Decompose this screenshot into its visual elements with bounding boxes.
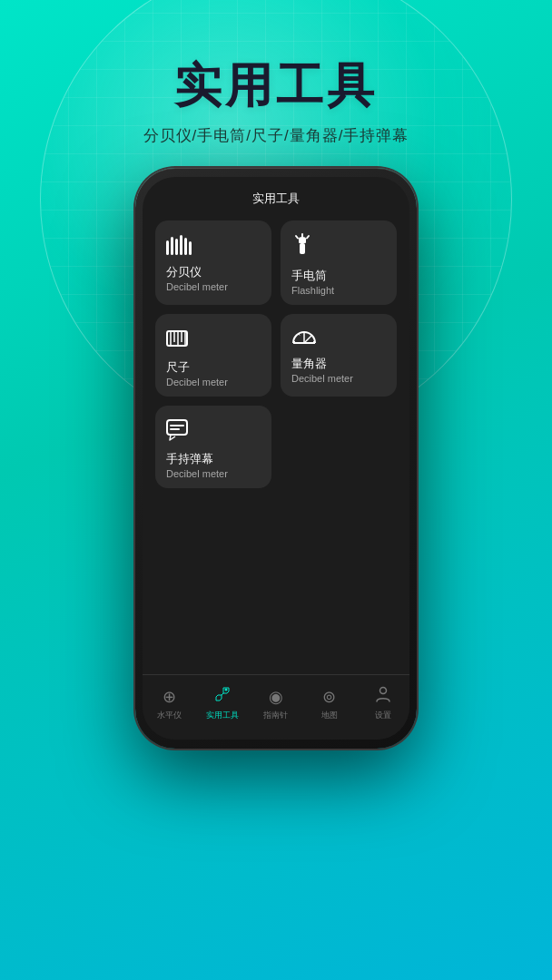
decibel-name-cn: 分贝仪 bbox=[166, 264, 261, 280]
nav-item-tools[interactable]: 实用工具 bbox=[196, 686, 250, 721]
compass-nav-icon: ◉ bbox=[269, 687, 283, 707]
decibel-icon bbox=[166, 233, 261, 259]
settings-nav-icon bbox=[376, 686, 390, 707]
tool-card-decibel[interactable]: 分贝仪 Decibel meter bbox=[155, 220, 271, 305]
svg-line-8 bbox=[296, 236, 298, 239]
ruler-name-cn: 尺子 bbox=[166, 359, 261, 376]
flashlight-name-cn: 手电筒 bbox=[291, 268, 386, 284]
protractor-icon bbox=[291, 327, 386, 350]
ruler-icon bbox=[166, 327, 261, 354]
screen-title: 实用工具 bbox=[252, 191, 300, 207]
svg-rect-1 bbox=[171, 237, 173, 255]
nav-item-level[interactable]: ⊕ 水平仪 bbox=[143, 687, 196, 721]
settings-nav-label: 设置 bbox=[375, 710, 391, 721]
phone-screen: 实用工具 分贝仪 bbox=[143, 177, 409, 740]
tools-nav-label: 实用工具 bbox=[206, 710, 239, 721]
protractor-name-cn: 量角器 bbox=[291, 356, 386, 372]
level-nav-label: 水平仪 bbox=[157, 710, 182, 721]
decibel-name-en: Decibel meter bbox=[166, 281, 261, 292]
map-nav-icon: ⊚ bbox=[322, 687, 336, 707]
flashlight-icon bbox=[291, 233, 386, 262]
nav-item-compass[interactable]: ◉ 指南针 bbox=[250, 687, 303, 721]
svg-rect-5 bbox=[189, 241, 192, 255]
sub-title: 分贝仪/手电筒/尺子/量角器/手持弹幕 bbox=[0, 125, 552, 146]
svg-point-28 bbox=[380, 688, 386, 694]
svg-line-20 bbox=[304, 336, 311, 343]
svg-rect-24 bbox=[167, 420, 187, 435]
nav-item-map[interactable]: ⊚ 地图 bbox=[302, 687, 356, 721]
svg-rect-0 bbox=[166, 240, 169, 255]
compass-nav-label: 指南针 bbox=[263, 710, 288, 721]
level-nav-icon: ⊕ bbox=[163, 687, 176, 707]
svg-line-7 bbox=[307, 236, 309, 239]
header-area: 实用工具 分贝仪/手电筒/尺子/量角器/手持弹幕 bbox=[0, 54, 552, 146]
phone-outer: 实用工具 分贝仪 bbox=[135, 168, 417, 749]
tool-card-bullet[interactable]: 手持弹幕 Decibel meter bbox=[155, 406, 271, 488]
protractor-name-en: Decibel meter bbox=[291, 373, 386, 384]
phone-mockup: 实用工具 分贝仪 bbox=[135, 168, 417, 749]
tool-card-protractor[interactable]: 量角器 Decibel meter bbox=[281, 314, 397, 397]
svg-rect-3 bbox=[180, 235, 182, 255]
bottom-nav: ⊕ 水平仪 实用工具 ◉ 指南针 bbox=[143, 674, 409, 740]
screen-header: 实用工具 bbox=[143, 177, 409, 213]
tools-grid: 分贝仪 Decibel meter bbox=[143, 213, 409, 495]
bullet-name-en: Decibel meter bbox=[166, 468, 261, 479]
svg-rect-2 bbox=[175, 239, 178, 255]
ruler-name-en: Decibel meter bbox=[166, 377, 261, 387]
bullet-name-cn: 手持弹幕 bbox=[166, 451, 261, 467]
svg-point-11 bbox=[299, 237, 306, 240]
svg-point-27 bbox=[225, 689, 228, 691]
bullet-icon bbox=[166, 418, 261, 446]
svg-rect-4 bbox=[184, 238, 187, 255]
flashlight-name-en: Flashlight bbox=[291, 285, 386, 296]
tool-card-ruler[interactable]: 尺子 Decibel meter bbox=[155, 314, 271, 397]
nav-item-settings[interactable]: 设置 bbox=[356, 686, 409, 721]
tools-nav-icon bbox=[214, 686, 231, 707]
main-title: 实用工具 bbox=[0, 54, 552, 118]
tool-card-flashlight[interactable]: 手电筒 Flashlight bbox=[281, 220, 397, 305]
map-nav-label: 地图 bbox=[321, 710, 338, 721]
svg-rect-10 bbox=[300, 243, 305, 254]
